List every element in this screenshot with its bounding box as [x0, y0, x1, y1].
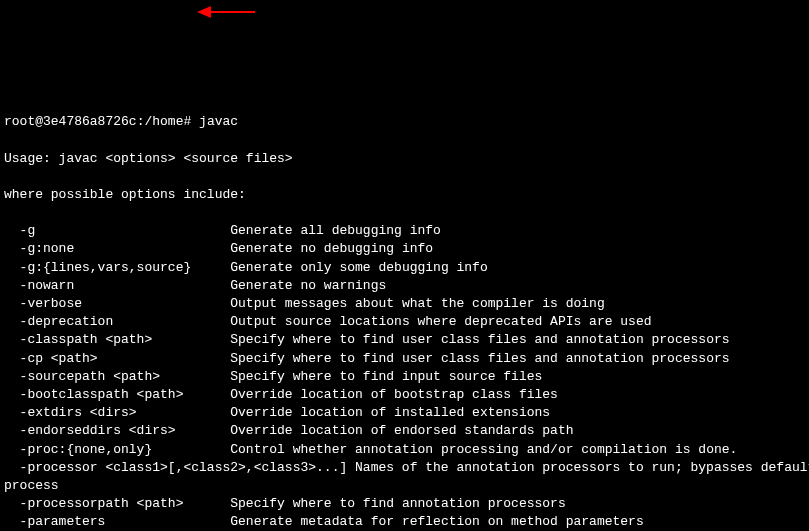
option-flag: -sourcepath <path>	[4, 368, 230, 386]
option-flag: -g:{lines,vars,source}	[4, 259, 230, 277]
option-desc: Control whether annotation processing an…	[230, 442, 737, 457]
prompt-line[interactable]: root@3e4786a8726c:/home# javac	[4, 113, 805, 131]
option-desc: Output source locations where deprecated…	[230, 314, 651, 329]
option-flag: -bootclasspath <path>	[4, 386, 230, 404]
where-line: where possible options include:	[4, 186, 805, 204]
option-desc: Override location of installed extension…	[230, 405, 550, 420]
option-desc: Specify where to find input source files	[230, 369, 542, 384]
prompt-symbol: #	[183, 114, 191, 129]
option-flag: -cp <path>	[4, 350, 230, 368]
option-desc: Generate no warnings	[230, 278, 386, 293]
option-line: -parameters Generate metadata for reflec…	[4, 513, 805, 531]
option-flag: -parameters	[4, 513, 230, 531]
option-flag: -g:none	[4, 240, 230, 258]
option-desc: Specify where to find user class files a…	[230, 351, 729, 366]
option-desc: Specify where to find annotation process…	[230, 496, 565, 511]
option-desc: Generate all debugging info	[230, 223, 441, 238]
option-desc: Generate metadata for reflection on meth…	[230, 514, 643, 529]
option-flag: -processorpath <path>	[4, 495, 230, 513]
option-line: -deprecation Output source locations whe…	[4, 313, 805, 331]
option-line: -bootclasspath <path> Override location …	[4, 386, 805, 404]
prompt-user: root@3e4786a8726c	[4, 114, 137, 129]
option-line: -g Generate all debugging info	[4, 222, 805, 240]
option-line: -g:{lines,vars,source} Generate only som…	[4, 259, 805, 277]
option-line: -processor <class1>[,<class2>,<class3>..…	[4, 459, 805, 477]
option-line: -proc:{none,only} Control whether annota…	[4, 441, 805, 459]
options-list: -g Generate all debugging info -g:none G…	[4, 222, 805, 531]
option-line: -processorpath <path> Specify where to f…	[4, 495, 805, 513]
option-line: -nowarn Generate no warnings	[4, 277, 805, 295]
option-line: -classpath <path> Specify where to find …	[4, 331, 805, 349]
option-flag: -endorseddirs <dirs>	[4, 422, 230, 440]
option-flag: -processor <class1>[,<class2>,<class3>..…	[4, 459, 809, 477]
option-flag: -proc:{none,only}	[4, 441, 230, 459]
option-line: -g:none Generate no debugging info	[4, 240, 805, 258]
option-flag: -verbose	[4, 295, 230, 313]
option-flag: -nowarn	[4, 277, 230, 295]
option-desc: Override location of bootstrap class fil…	[230, 387, 558, 402]
option-desc: Specify where to find user class files a…	[230, 332, 729, 347]
command-text: javac	[199, 114, 238, 129]
option-line: -sourcepath <path> Specify where to find…	[4, 368, 805, 386]
arrow-head-icon	[197, 6, 211, 18]
option-flag: -classpath <path>	[4, 331, 230, 349]
usage-line: Usage: javac <options> <source files>	[4, 150, 805, 168]
option-desc: Override location of endorsed standards …	[230, 423, 573, 438]
prompt-path: /home	[144, 114, 183, 129]
option-line: process	[4, 477, 805, 495]
option-desc: Generate no debugging info	[230, 241, 433, 256]
option-line: -endorseddirs <dirs> Override location o…	[4, 422, 805, 440]
option-flag: -extdirs <dirs>	[4, 404, 230, 422]
annotation-arrow	[195, 5, 211, 60]
arrow-line-icon	[210, 11, 255, 13]
option-flag: process	[4, 477, 59, 495]
option-line: -verbose Output messages about what the …	[4, 295, 805, 313]
option-desc: Generate only some debugging info	[230, 260, 487, 275]
option-desc: Output messages about what the compiler …	[230, 296, 604, 311]
option-line: -extdirs <dirs> Override location of ins…	[4, 404, 805, 422]
option-flag: -g	[4, 222, 230, 240]
option-flag: -deprecation	[4, 313, 230, 331]
option-line: -cp <path> Specify where to find user cl…	[4, 350, 805, 368]
